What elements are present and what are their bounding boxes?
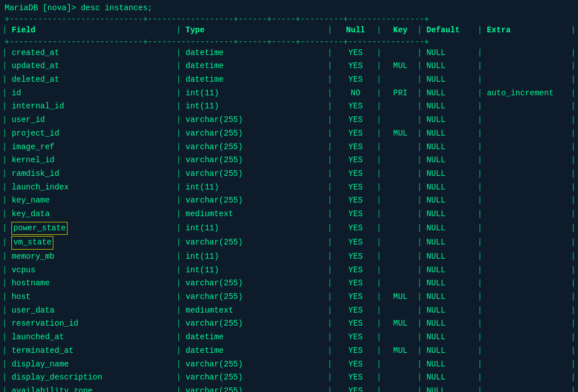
col-type: datetime xyxy=(183,47,325,60)
col-default: NULL xyxy=(424,305,475,317)
col-key: MUL xyxy=(384,318,415,330)
col-type: datetime xyxy=(183,74,325,86)
table-row: | key_data | mediumtext | YES | | NULL |… xyxy=(0,208,578,221)
table-row: | internal_id | int(11) | YES | | NULL |… xyxy=(0,100,578,113)
col-key: MUL xyxy=(384,128,415,140)
col-default: NULL xyxy=(424,74,475,86)
col-field: terminated_at xyxy=(9,345,174,357)
col-type: int(11) xyxy=(183,100,325,113)
field-value: vcpus xyxy=(11,265,35,275)
col-field: display_name xyxy=(9,359,174,371)
col-type: varchar(255) xyxy=(183,277,325,290)
col-null: YES xyxy=(334,208,374,221)
col-type: mediumtext xyxy=(183,305,325,317)
col-null: YES xyxy=(334,141,374,154)
field-value: key_data xyxy=(11,209,49,218)
table-row: | reservation_id | varchar(255) | YES | … xyxy=(0,317,578,331)
col-null: YES xyxy=(334,195,374,207)
col-default: NULL xyxy=(424,264,475,277)
col-key: MUL xyxy=(384,345,415,357)
table-row: | deleted_at | datetime | YES | | NULL |… xyxy=(0,73,578,87)
terminal-window: MariaDB [nova]> desc instances; +-------… xyxy=(0,0,578,392)
col-default: NULL xyxy=(424,237,475,249)
col-null: YES xyxy=(334,222,374,235)
col-field: reservation_id xyxy=(9,318,174,330)
col-null: YES xyxy=(334,154,374,167)
col-null: YES xyxy=(334,359,374,371)
col-field: updated_at xyxy=(9,60,174,73)
col-field: created_at xyxy=(9,47,174,60)
field-value: hostname xyxy=(11,279,49,288)
field-value: launch_index xyxy=(11,183,69,192)
field-value: display_name xyxy=(11,360,69,369)
col-null: YES xyxy=(334,345,374,357)
separator-top: +----------------------------+----------… xyxy=(0,15,578,24)
col-field: deleted_at xyxy=(9,74,174,86)
table-row: | launched_at | datetime | YES | | NULL … xyxy=(0,331,578,344)
col-type: varchar(255) xyxy=(183,318,325,330)
col-type: int(11) xyxy=(183,264,325,277)
col-null: YES xyxy=(334,385,374,392)
table-row: | vcpus | int(11) | YES | | NULL | | xyxy=(0,264,578,277)
field-value: deleted_at xyxy=(11,75,59,84)
field-value: user_id xyxy=(11,115,45,124)
col-default: NULL xyxy=(424,345,475,357)
col-field: key_data xyxy=(9,208,174,221)
col-field: launch_index xyxy=(9,182,174,194)
col-field: id xyxy=(9,87,174,100)
col-null: YES xyxy=(334,182,374,194)
col-type: varchar(255) xyxy=(183,291,325,304)
col-default: NULL xyxy=(424,222,475,235)
field-value: memory_mb xyxy=(11,252,55,261)
col-null: YES xyxy=(334,305,374,317)
col-default: NULL xyxy=(424,385,475,392)
col-default: NULL xyxy=(424,141,475,154)
header-type: Type xyxy=(183,24,325,37)
table-row: | power_state | int(11) | YES | | NULL |… xyxy=(0,221,578,236)
col-null: YES xyxy=(334,277,374,290)
col-default: NULL xyxy=(424,251,475,263)
header-field: Field xyxy=(9,24,174,37)
col-null: YES xyxy=(334,114,374,127)
field-value: availability_zone xyxy=(11,386,93,392)
table-row: | project_id | varchar(255) | YES | MUL … xyxy=(0,127,578,141)
col-type: varchar(255) xyxy=(183,237,325,249)
col-type: varchar(255) xyxy=(183,372,325,384)
field-value: internal_id xyxy=(11,102,64,111)
col-type: varchar(255) xyxy=(183,168,325,180)
highlighted-field: power_state xyxy=(11,222,67,235)
table-row: | availability_zone | varchar(255) | YES… xyxy=(0,385,578,392)
col-field: project_id xyxy=(9,128,174,140)
table-header: | Field | Type | Null | Key | Default | … xyxy=(0,24,578,37)
field-value: kernel_id xyxy=(11,155,55,165)
col-field: image_ref xyxy=(9,141,174,154)
separator-mid: +----------------------------+----------… xyxy=(0,37,578,47)
command-line: MariaDB [nova]> desc instances; xyxy=(0,0,578,15)
col-null: YES xyxy=(334,128,374,140)
field-value: image_ref xyxy=(11,142,55,151)
table-row: | terminated_at | datetime | YES | MUL |… xyxy=(0,344,578,358)
col-default: NULL xyxy=(424,372,475,384)
col-default: NULL xyxy=(424,195,475,207)
col-null: YES xyxy=(334,264,374,277)
col-field: memory_mb xyxy=(9,251,174,263)
col-type: varchar(255) xyxy=(183,359,325,371)
col-default: NULL xyxy=(424,182,475,194)
col-field: vcpus xyxy=(9,264,174,277)
col-extra: auto_increment xyxy=(484,87,568,100)
col-default: NULL xyxy=(424,100,475,113)
table-row: | display_description | varchar(255) | Y… xyxy=(0,371,578,385)
table-row: | user_data | mediumtext | YES | | NULL … xyxy=(0,304,578,318)
header-default: Default xyxy=(424,24,475,37)
field-value: key_name xyxy=(11,196,49,205)
highlighted-field: vm_state xyxy=(11,236,53,250)
table-row: | vm_state | varchar(255) | YES | | NULL… xyxy=(0,235,578,250)
table-row: | created_at | datetime | YES | | NULL |… xyxy=(0,47,578,60)
field-value: project_id xyxy=(11,129,59,138)
col-default: NULL xyxy=(424,318,475,330)
col-type: mediumtext xyxy=(183,208,325,221)
table-row: | launch_index | int(11) | YES | | NULL … xyxy=(0,181,578,195)
col-default: NULL xyxy=(424,168,475,180)
col-null: YES xyxy=(334,100,374,113)
col-key: MUL xyxy=(384,291,415,304)
